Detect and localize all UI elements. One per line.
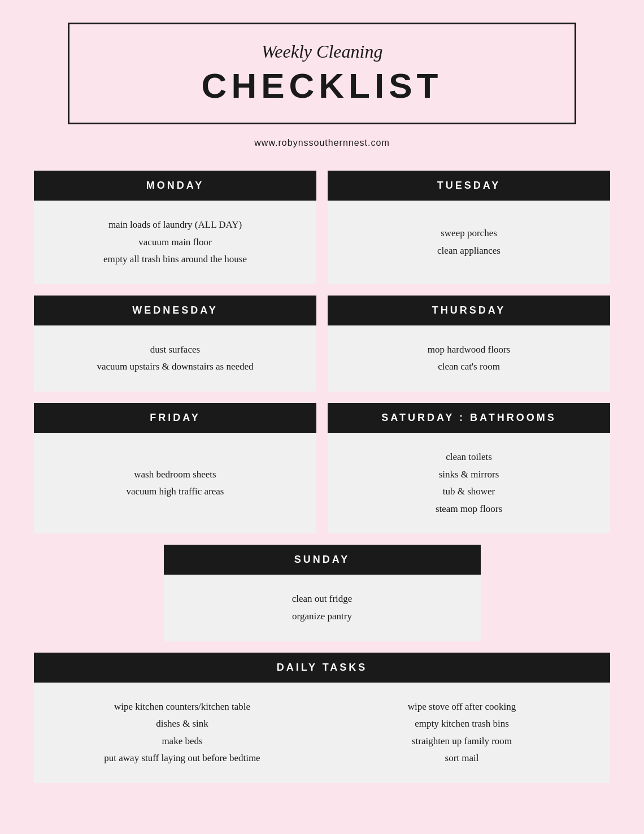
daily-content: wipe kitchen counters/kitchen tabledishe…: [34, 683, 610, 783]
tuesday-header: TUESDAY: [328, 171, 610, 201]
sunday-wrapper: SUNDAY clean out fridgeorganize pantry: [34, 545, 610, 641]
daily-header: DAILY TASKS: [34, 653, 610, 683]
wednesday-header: WEDNESDAY: [34, 296, 316, 325]
thursday-header: THURSDAY: [328, 296, 610, 325]
saturday-tasks: clean toiletssinks & mirrorstub & shower…: [436, 449, 502, 518]
wednesday-thursday-row: WEDNESDAY dust surfacesvacuum upstairs &…: [34, 296, 610, 392]
monday-tasks: main loads of laundry (ALL DAY)vacuum ma…: [103, 216, 247, 268]
friday-content: wash bedroom sheetsvacuum high traffic a…: [34, 433, 316, 533]
daily-card: DAILY TASKS wipe kitchen counters/kitche…: [34, 653, 610, 783]
thursday-tasks: mop hardwood floorsclean cat's room: [428, 341, 510, 376]
wednesday-tasks: dust surfacesvacuum upstairs & downstair…: [97, 341, 253, 376]
header-subtitle: Weekly Cleaning: [103, 41, 541, 62]
thursday-content: mop hardwood floorsclean cat's room: [328, 325, 610, 392]
daily-left: wipe kitchen counters/kitchen tabledishe…: [45, 698, 319, 767]
saturday-header: SATURDAY : BATHROOMS: [328, 403, 610, 433]
friday-tasks: wash bedroom sheetsvacuum high traffic a…: [127, 466, 224, 501]
tuesday-tasks: sweep porchesclean appliances: [437, 225, 501, 259]
monday-header: MONDAY: [34, 171, 316, 201]
monday-tuesday-row: MONDAY main loads of laundry (ALL DAY)va…: [34, 171, 610, 284]
saturday-content: clean toiletssinks & mirrorstub & shower…: [328, 433, 610, 533]
wednesday-content: dust surfacesvacuum upstairs & downstair…: [34, 325, 316, 392]
friday-saturday-row: FRIDAY wash bedroom sheetsvacuum high tr…: [34, 403, 610, 533]
daily-right: wipe stove off after cookingempty kitche…: [325, 698, 599, 767]
friday-header: FRIDAY: [34, 403, 316, 433]
header-title: CHECKLIST: [103, 66, 541, 106]
tuesday-content: sweep porchesclean appliances: [328, 201, 610, 284]
monday-content: main loads of laundry (ALL DAY)vacuum ma…: [34, 201, 316, 284]
daily-left-tasks: wipe kitchen counters/kitchen tabledishe…: [45, 698, 319, 767]
wednesday-card: WEDNESDAY dust surfacesvacuum upstairs &…: [34, 296, 316, 392]
sunday-card: SUNDAY clean out fridgeorganize pantry: [164, 545, 481, 641]
sunday-tasks: clean out fridgeorganize pantry: [292, 590, 353, 625]
monday-card: MONDAY main loads of laundry (ALL DAY)va…: [34, 171, 316, 284]
header-box: Weekly Cleaning CHECKLIST: [68, 23, 576, 124]
tuesday-card: TUESDAY sweep porchesclean appliances: [328, 171, 610, 284]
website-url: www.robynssouthernnest.com: [254, 138, 389, 148]
sunday-header: SUNDAY: [164, 545, 481, 575]
sunday-content: clean out fridgeorganize pantry: [164, 575, 481, 641]
thursday-card: THURSDAY mop hardwood floorsclean cat's …: [328, 296, 610, 392]
saturday-card: SATURDAY : BATHROOMS clean toiletssinks …: [328, 403, 610, 533]
daily-right-tasks: wipe stove off after cookingempty kitche…: [325, 698, 599, 767]
friday-card: FRIDAY wash bedroom sheetsvacuum high tr…: [34, 403, 316, 533]
